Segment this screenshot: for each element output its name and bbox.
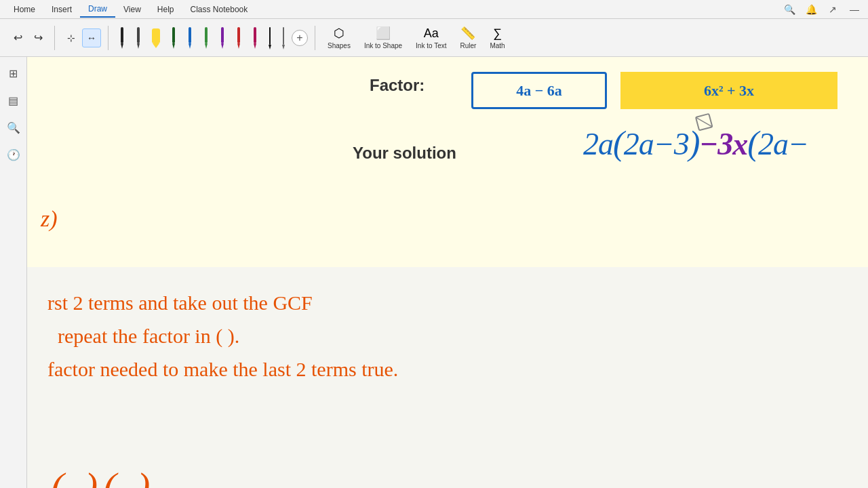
pen-blue[interactable] [183,24,197,52]
pen-green[interactable] [199,24,213,52]
handwritten-math-blue: 2a(2a−3)−3x(2a− [583,123,808,163]
redo-button[interactable]: ↪ [28,28,47,47]
svg-marker-7 [172,43,175,49]
shapes-button[interactable]: ⬡ Shapes [322,22,356,54]
svg-rect-2 [137,27,140,43]
svg-marker-11 [205,43,208,49]
main-area: ⊞ ▤ 🔍 🕐 Factor: 4a − 6a 6x² + 3x [0,57,868,488]
ruler-label: Ruler [460,42,476,49]
tab-home[interactable]: Home [5,2,43,17]
share-button[interactable]: ↗ [825,1,841,18]
svg-rect-16 [254,27,256,43]
svg-marker-3 [137,43,140,49]
pen-black-thin[interactable] [264,24,275,52]
nav-right-actions: 🔍 🔔 ↗ — [781,1,863,18]
svg-rect-14 [237,27,240,43]
tab-insert[interactable]: Insert [43,2,80,17]
ink-to-text-button[interactable]: Aa Ink to Text [410,22,452,54]
svg-marker-17 [254,43,256,49]
orange-line-2: repeat the factor in ( ). [47,321,848,351]
math-button[interactable]: ∑ Math [484,22,510,54]
yellow-highlight-text: 6x² + 3x [704,82,754,100]
tab-class-notebook[interactable]: Class Notebook [182,2,256,17]
tab-view[interactable]: View [115,2,149,17]
pen-red[interactable] [232,24,245,52]
math-icon: ∑ [493,26,502,41]
pen-black[interactable] [115,24,129,52]
pen-dark-green[interactable] [167,24,180,52]
svg-rect-12 [221,27,224,43]
divider-2 [108,26,108,50]
sidebar-layers-icon[interactable]: ▤ [3,89,24,111]
svg-rect-20 [283,27,284,45]
bell-button[interactable]: 🔔 [803,1,819,18]
sidebar-home-icon[interactable]: ⊞ [3,62,24,84]
pen-purple[interactable] [216,24,229,52]
sidebar-search-icon[interactable]: 🔍 [3,117,24,138]
svg-marker-5 [153,43,159,48]
svg-rect-8 [189,27,191,43]
z-paren-text: z) [41,206,58,232]
svg-rect-0 [121,27,123,43]
ink-to-shape-icon: ⬜ [376,26,391,41]
svg-rect-18 [269,27,271,45]
divider-1 [54,26,55,50]
yellow-highlight-box: 6x² + 3x [620,72,837,109]
svg-rect-4 [152,28,160,43]
search-nav-button[interactable]: 🔍 [781,1,797,18]
shapes-label: Shapes [328,42,351,49]
pens-section: + [113,24,311,52]
left-sidebar: ⊞ ▤ 🔍 🕐 [0,57,27,488]
svg-marker-1 [121,43,123,49]
svg-marker-19 [269,45,271,49]
ruler-button[interactable]: 📏 Ruler [454,22,481,54]
blue-box-text: 4a − 6a [516,82,562,100]
math-content-overlay: Factor: 4a − 6a 6x² + 3x Your solution [27,57,868,488]
blue-box-factor: 4a − 6a [471,72,607,109]
undo-button[interactable]: ↩ [8,28,27,47]
svg-marker-21 [282,45,285,49]
pen-gray-thin[interactable] [278,24,289,52]
ink-to-shape-button[interactable]: ⬜ Ink to Shape [359,22,408,54]
svg-marker-13 [221,43,224,49]
undo-redo-section: ↩ ↪ [5,28,50,47]
tab-help[interactable]: Help [149,2,182,17]
ink-to-shape-label: Ink to Shape [364,42,402,49]
shapes-icon: ⬡ [334,26,344,41]
svg-rect-10 [205,27,208,43]
eraser-button[interactable]: ↔ [82,28,101,47]
sidebar-history-icon[interactable]: 🕐 [3,144,24,165]
orange-text-area: rst 2 terms and take out the GCF repeat … [47,287,848,387]
svg-rect-6 [172,27,175,43]
pen-dark-gray[interactable] [132,24,145,52]
your-solution-label: Your solution [353,144,456,163]
divider-3 [315,26,315,50]
add-pen-button[interactable]: + [292,30,308,46]
svg-marker-9 [189,43,191,49]
math-label: Math [490,42,505,49]
toolbar: ↩ ↪ ⊹ ↔ [0,19,868,57]
pen-yellow-highlighter[interactable] [148,24,164,52]
canvas-area[interactable]: Factor: 4a − 6a 6x² + 3x Your solution [27,57,868,488]
ink-to-text-label: Ink to Text [416,42,446,49]
orange-line-1: rst 2 terms and take out the GCF [47,287,848,318]
orange-parens-bottom: ( )( ) [51,464,155,488]
tab-draw[interactable]: Draw [80,1,115,18]
ink-to-text-icon: Aa [424,26,439,41]
ruler-icon: 📏 [460,26,475,41]
selection-tools-section: ⊹ ↔ [59,28,104,47]
lasso-select-button[interactable]: ⊹ [62,28,81,47]
nav-bar: Home Insert Draw View Help Class Noteboo… [0,0,868,19]
pen-pink[interactable] [248,24,262,52]
minimize-button[interactable]: — [846,1,863,18]
factor-label: Factor: [370,76,425,95]
orange-line-3: factor needed to make the last 2 terms t… [47,354,848,384]
right-tools-section: ⬡ Shapes ⬜ Ink to Shape Aa Ink to Text 📏… [319,22,513,54]
svg-marker-15 [237,43,240,49]
